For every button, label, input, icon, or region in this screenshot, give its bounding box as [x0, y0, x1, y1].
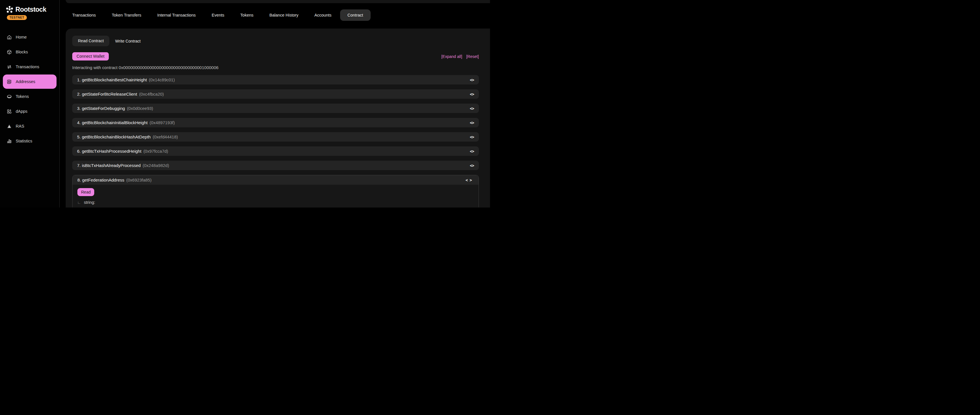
function-name: 8. getFederationAddress — [77, 178, 124, 182]
tab-tokens[interactable]: Tokens — [240, 13, 254, 17]
function-selector: (0xc4fbca20) — [139, 92, 164, 97]
expand-all-link[interactable]: [Expand all] — [441, 54, 462, 59]
function-name: 1. getBtcBlockchainBestChainHeight — [77, 77, 147, 82]
sidebar-item-label: Transactions — [16, 65, 39, 69]
tab-events[interactable]: Events — [212, 13, 224, 17]
function-row[interactable]: 4. getBtcBlockchainInitialBlockHeight (0… — [72, 118, 479, 127]
function-selector: (0x97fcca7d) — [143, 149, 168, 154]
function-row[interactable]: 2. getStateForBtcReleaseClient (0xc4fbca… — [72, 89, 479, 99]
code-toggle-icon[interactable]: <> — [470, 106, 474, 111]
top-card-edge — [66, 0, 490, 3]
interacting-with-contract-text: Interacting with contract 0x000000000000… — [72, 65, 490, 70]
function-name: 5. getBtcBlockchainBlockHashAtDepth — [77, 134, 151, 139]
brand-logo[interactable]: Rootstock — [0, 0, 59, 13]
function-selector: (0x14c89c01) — [149, 77, 175, 82]
brand-name: Rootstock — [16, 6, 46, 13]
reset-link[interactable]: [Reset] — [466, 54, 479, 59]
rootstock-logo-icon — [6, 6, 13, 13]
code-toggle-icon[interactable]: <> — [470, 78, 474, 82]
connect-wallet-button[interactable]: Connect Wallet — [72, 52, 109, 60]
function-row-expanded: 8. getFederationAddress (0x6923fa85) <> … — [72, 175, 479, 208]
tab-transactions[interactable]: Transactions — [72, 13, 95, 17]
function-name: 3. getStateForDebugging — [77, 106, 125, 111]
sidebar-item-addresses[interactable]: Addresses — [3, 75, 57, 89]
ras-triangle-icon — [6, 124, 12, 129]
sidebar-item-label: Home — [16, 35, 27, 40]
contract-sub-tabs: Read Contract Write Contract — [72, 36, 490, 46]
sidebar-item-dapps[interactable]: dApps — [3, 104, 57, 118]
sidebar-item-transactions[interactable]: Transactions — [3, 60, 57, 74]
function-row[interactable]: 7. isBtcTxHashAlreadyProcessed (0x248a98… — [72, 161, 479, 170]
function-selector: (0xefd44418) — [153, 134, 178, 139]
function-row[interactable]: 3. getStateForDebugging (0x0d0cee93) <> — [72, 103, 479, 113]
tab-accounts[interactable]: Accounts — [314, 13, 331, 17]
read-functions-list: 1. getBtcBlockchainBestChainHeight (0x14… — [72, 75, 479, 208]
sidebar-item-blocks[interactable]: Blocks — [3, 45, 57, 59]
sidebar-item-tokens[interactable]: Tokens — [3, 89, 57, 103]
function-name: 2. getStateForBtcReleaseClient — [77, 92, 137, 97]
sidebar-item-label: Tokens — [16, 94, 29, 99]
sidebar-item-label: RAS — [16, 124, 24, 129]
function-expanded-body: Read ∟ string: — [73, 184, 479, 208]
tab-token-transfers[interactable]: Token Transfers — [111, 13, 141, 17]
function-row[interactable]: 5. getBtcBlockchainBlockHashAtDepth (0xe… — [72, 132, 479, 142]
tab-balance-history[interactable]: Balance History — [270, 13, 299, 17]
list-controls: [Expand all] [Reset] — [441, 54, 479, 59]
sidebar-item-home[interactable]: Home — [3, 30, 57, 44]
function-name: 6. getBtcTxHashProcessedHeight — [77, 149, 142, 154]
sidebar-item-label: Blocks — [16, 50, 28, 54]
function-row[interactable]: 8. getFederationAddress (0x6923fa85) <> — [73, 175, 479, 184]
actions-row: Connect Wallet [Expand all] [Reset] — [72, 52, 490, 60]
function-name: 7. isBtcTxHashAlreadyProcessed — [77, 163, 141, 168]
function-selector: (0x0d0cee93) — [127, 106, 153, 111]
sidebar-item-label: dApps — [16, 109, 27, 114]
code-toggle-icon[interactable]: <> — [470, 121, 474, 125]
function-output-line: ∟ string: — [77, 200, 474, 205]
function-name: 4. getBtcBlockchainInitialBlockHeight — [77, 120, 148, 125]
read-button[interactable]: Read — [77, 188, 94, 196]
tab-write-contract[interactable]: Write Contract — [115, 39, 140, 43]
function-selector: (0x6923fa85) — [126, 178, 151, 182]
code-toggle-icon[interactable]: <> — [470, 163, 474, 168]
address-tabs: Transactions Token Transfers Internal Tr… — [72, 10, 363, 21]
swap-arrows-icon — [6, 64, 12, 70]
code-toggle-icon-expanded[interactable]: <> — [465, 178, 474, 182]
function-selector: (0x248a982d) — [143, 163, 169, 168]
tab-internal-transactions[interactable]: Internal Transactions — [158, 13, 196, 17]
address-book-icon — [6, 79, 12, 84]
home-icon — [6, 35, 12, 40]
output-type-label: string: — [84, 200, 95, 205]
coin-icon — [6, 94, 12, 99]
code-toggle-icon[interactable]: <> — [470, 135, 474, 139]
sidebar: Rootstock TESTNET Home Blocks Transactio… — [0, 0, 60, 208]
tab-read-contract[interactable]: Read Contract — [72, 36, 109, 46]
dapps-grid-icon — [6, 109, 12, 114]
explorer-screen: Rootstock TESTNET Home Blocks Transactio… — [0, 0, 490, 208]
function-row[interactable]: 1. getBtcBlockchainBestChainHeight (0x14… — [72, 75, 479, 84]
function-row[interactable]: 6. getBtcTxHashProcessedHeight (0x97fcca… — [72, 146, 479, 156]
code-toggle-icon[interactable]: <> — [470, 92, 474, 97]
sidebar-item-label: Addresses — [16, 80, 35, 84]
sidebar-item-ras[interactable]: RAS — [3, 119, 57, 133]
testnet-badge: TESTNET — [7, 15, 27, 20]
sidebar-nav: Home Blocks Transactions Addresses Token… — [0, 30, 59, 149]
contract-panel: Read Contract Write Contract Connect Wal… — [66, 29, 490, 208]
function-selector: (0x4897193f) — [150, 120, 175, 125]
cube-icon — [6, 49, 12, 55]
statistics-bars-icon — [6, 138, 12, 144]
output-branch-glyph: ∟ — [77, 200, 81, 205]
sidebar-item-label: Statistics — [16, 139, 32, 143]
sidebar-item-statistics[interactable]: Statistics — [3, 134, 57, 148]
tab-contract[interactable]: Contract — [340, 10, 371, 21]
code-toggle-icon[interactable]: <> — [470, 149, 474, 154]
